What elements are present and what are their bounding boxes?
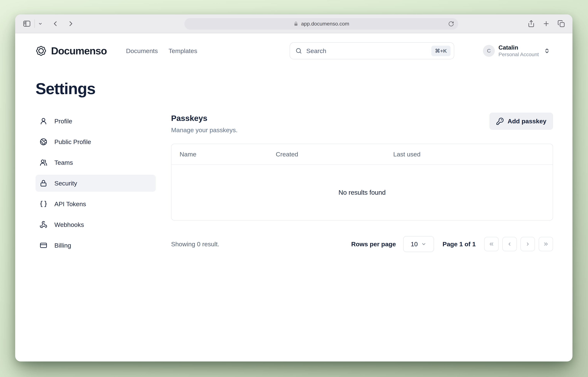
add-passkey-button[interactable]: Add passkey xyxy=(489,113,553,130)
previous-page-button[interactable]: ‹ xyxy=(502,237,517,251)
passkeys-table: Name Created Last used No results found xyxy=(171,144,553,221)
toolbar-left-group xyxy=(23,19,74,28)
desktop: { "browser": { "url": "app.documenso.com… xyxy=(0,0,588,377)
section-head-texts: Passkeys Manage your passkeys. xyxy=(171,113,238,134)
new-tab-icon[interactable] xyxy=(542,20,550,27)
url-text: app.documenso.com xyxy=(301,21,349,27)
avatar: C xyxy=(483,45,495,57)
account-texts: Catalin Personal Account xyxy=(498,44,539,58)
column-header-last-used: Last used xyxy=(393,151,545,158)
table-footer: Showing 0 result. Rows per page 10 Page … xyxy=(171,236,553,252)
search-icon xyxy=(295,47,302,54)
forward-icon[interactable] xyxy=(67,20,74,27)
brand[interactable]: Documenso xyxy=(35,45,107,57)
sidebar-item-webhooks[interactable]: Webhooks xyxy=(36,216,156,233)
user-icon xyxy=(40,117,47,125)
pagination-controls: Rows per page 10 Page 1 of 1 « ‹ › xyxy=(351,236,553,252)
back-icon[interactable] xyxy=(52,20,59,27)
results-summary: Showing 0 result. xyxy=(171,241,219,248)
braces-icon xyxy=(40,200,47,208)
search-placeholder: Search xyxy=(306,47,326,55)
sidebar-item-profile[interactable]: Profile xyxy=(36,113,156,130)
chevron-down-icon xyxy=(421,241,427,247)
globe-icon xyxy=(40,138,47,146)
toolbar-divider xyxy=(34,19,35,28)
webhook-icon xyxy=(40,221,47,229)
empty-state-text: No results found xyxy=(338,189,386,196)
brand-name: Documenso xyxy=(51,45,107,57)
account-menu[interactable]: C Catalin Personal Account xyxy=(483,44,550,58)
sidebar-item-billing[interactable]: Billing xyxy=(36,237,156,254)
rows-per-page-label: Rows per page xyxy=(351,241,396,248)
browser-window: app.documenso.com xyxy=(15,14,573,362)
table-empty-state: No results found xyxy=(171,165,553,220)
key-icon xyxy=(496,118,504,125)
sidebar-item-api-tokens[interactable]: API Tokens xyxy=(36,195,156,212)
credit-card-icon xyxy=(40,241,47,249)
nav-documents[interactable]: Documents xyxy=(126,47,158,55)
search-input[interactable]: Search ⌘+K xyxy=(290,42,454,59)
url-bar[interactable]: app.documenso.com xyxy=(184,18,458,30)
account-name: Catalin xyxy=(498,44,539,51)
column-header-name: Name xyxy=(180,151,276,158)
sidebar-item-public-profile[interactable]: Public Profile xyxy=(36,133,156,150)
sidebar-item-security[interactable]: Security xyxy=(36,175,156,192)
tab-group-chevron-icon[interactable] xyxy=(38,21,43,26)
account-type: Personal Account xyxy=(498,52,539,58)
sidebar-item-teams[interactable]: Teams xyxy=(36,154,156,171)
app-header: Documenso Documents Templates Search ⌘+K… xyxy=(15,33,573,65)
sidebar-toggle-icon[interactable] xyxy=(23,19,31,28)
last-page-button[interactable]: » xyxy=(539,237,553,251)
table-header-row: Name Created Last used xyxy=(171,144,553,165)
reload-icon[interactable] xyxy=(448,21,454,27)
search-shortcut-badge: ⌘+K xyxy=(431,46,451,56)
next-page-button[interactable]: › xyxy=(520,237,535,251)
rows-per-page-select[interactable]: 10 xyxy=(403,236,434,252)
page-indicator: Page 1 of 1 xyxy=(443,241,476,248)
share-icon[interactable] xyxy=(527,20,535,28)
first-page-button[interactable]: « xyxy=(484,237,499,251)
settings-page: Settings Profile xyxy=(15,80,573,258)
column-header-created: Created xyxy=(276,151,393,158)
padlock-icon xyxy=(293,21,299,26)
tab-overview-icon[interactable] xyxy=(557,20,565,28)
lock-icon xyxy=(40,179,47,187)
documenso-seal-icon xyxy=(35,45,47,57)
chevrons-up-down-icon xyxy=(544,47,550,54)
browser-toolbar: app.documenso.com xyxy=(15,14,573,33)
page-title: Settings xyxy=(36,80,553,98)
section-subtitle: Manage your passkeys. xyxy=(171,127,238,134)
users-icon xyxy=(40,159,47,166)
nav-templates[interactable]: Templates xyxy=(168,47,197,55)
main-nav: Documents Templates xyxy=(126,47,197,55)
settings-sidebar: Profile Public Profile xyxy=(36,113,156,258)
section-title: Passkeys xyxy=(171,114,238,123)
toolbar-right-group xyxy=(527,20,565,28)
passkeys-panel: Passkeys Manage your passkeys. Add passk… xyxy=(171,113,553,258)
